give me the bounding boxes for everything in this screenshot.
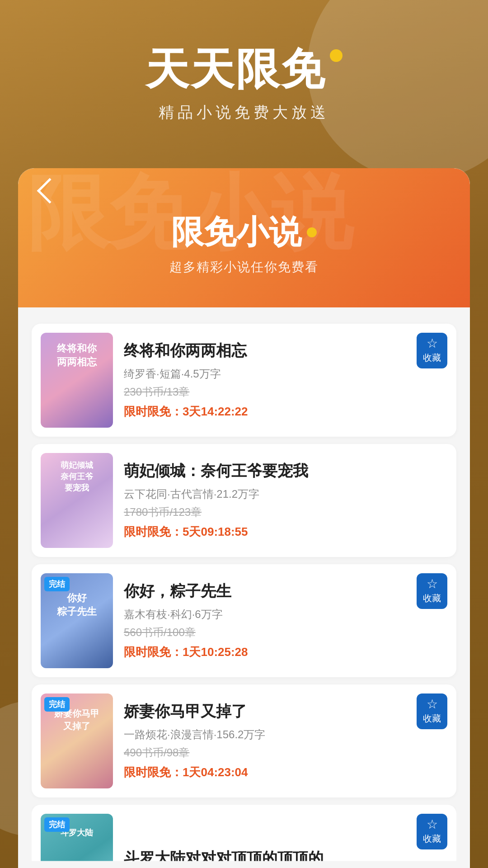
completed-badge: 完结 [44,697,70,712]
back-arrow-icon [37,178,63,203]
book-info: 你好，粽子先生 嘉木有枝·科幻·6万字 560书币/100章 限时限免：1天10… [124,581,447,660]
book-item[interactable]: 完结 娇妻你马甲又掉了 娇妻你马甲又掉了 一路烦花·浪漫言情·156.2万字 4… [32,684,456,797]
collect-button[interactable]: ☆ 收藏 [417,573,447,609]
book-price: 560书币/100章 [124,625,447,640]
card-header-title-dot [307,227,317,237]
card-header-content: 限免小说 超多精彩小说任你免费看 [18,206,470,280]
book-countdown: 限时限免：5天09:18:55 [124,524,447,540]
collect-label: 收藏 [423,592,441,604]
collect-label: 收藏 [423,352,441,364]
star-icon: ☆ [427,698,438,711]
hero-title-dot [330,49,343,62]
book-title: 萌妃倾城：奈何王爷要宠我 [124,461,447,481]
book-item[interactable]: 完结 斗罗大陆 斗罗大陆对对对顶顶的顶顶的 ☆ 收藏 [32,805,456,868]
collect-label: 收藏 [423,833,441,845]
book-item[interactable]: 完结 你好粽子先生 你好，粽子先生 嘉木有枝·科幻·6万字 560书币/100章… [32,564,456,677]
card-header-title: 限免小说 [36,211,452,254]
hero-section: 天天限免 精品小说免费大放送 [0,0,488,150]
hero-title-text: 天天限免 [145,45,326,93]
cover-title: 终将和你两两相忘 [41,333,113,379]
collect-button[interactable]: ☆ 收藏 [417,814,447,849]
book-price: 230书币/13章 [124,385,447,399]
book-item[interactable]: 萌妃倾城奈何王爷要宠我 萌妃倾城：奈何王爷要宠我 云下花同·古代言情·21.2万… [32,444,456,557]
book-info: 终将和你两两相忘 绮罗香·短篇·4.5万字 230书币/13章 限时限免：3天1… [124,340,447,420]
book-cover: 完结 娇妻你马甲又掉了 [41,693,113,788]
book-meta: 一路烦花·浪漫言情·156.2万字 [124,727,447,742]
main-card: 限免小说 限免小说 超多精彩小说任你免费看 终将和你两两相忘 终将和你两两相忘 … [18,168,470,868]
book-countdown: 限时限免：1天10:25:28 [124,644,447,660]
book-meta: 嘉木有枝·科幻·6万字 [124,607,447,622]
book-info: 萌妃倾城：奈何王爷要宠我 云下花同·古代言情·21.2万字 1780书币/123… [124,461,447,540]
completed-badge: 完结 [44,817,70,832]
book-countdown: 限时限免：1天04:23:04 [124,764,447,780]
book-cover: 终将和你两两相忘 [41,333,113,428]
book-cover: 完结 斗罗大陆 [41,814,113,868]
book-cover: 完结 你好粽子先生 [41,573,113,668]
collect-button[interactable]: ☆ 收藏 [417,333,447,368]
book-cover: 萌妃倾城奈何王爷要宠我 [41,453,113,548]
book-meta: 绮罗香·短篇·4.5万字 [124,367,447,381]
star-icon: ☆ [427,818,438,831]
book-countdown: 限时限免：3天14:22:22 [124,404,447,420]
hero-subtitle: 精品小说免费大放送 [18,102,470,123]
star-icon: ☆ [427,337,438,350]
book-title: 终将和你两两相忘 [124,340,447,361]
star-icon: ☆ [427,578,438,590]
book-title: 娇妻你马甲又掉了 [124,701,447,722]
collect-button[interactable]: ☆ 收藏 [417,693,447,729]
back-button[interactable] [18,168,77,206]
card-header-subtitle: 超多精彩小说任你免费看 [36,259,452,276]
hero-title: 天天限免 [18,45,470,93]
cover-title: 萌妃倾城奈何王爷要宠我 [41,453,113,501]
book-info: 娇妻你马甲又掉了 一路烦花·浪漫言情·156.2万字 490书币/98章 限时限… [124,701,447,780]
book-title: 你好，粽子先生 [124,581,447,602]
book-list: 终将和你两两相忘 终将和你两两相忘 绮罗香·短篇·4.5万字 230书币/13章… [18,307,470,868]
book-meta: 云下花同·古代言情·21.2万字 [124,487,447,501]
card-header-title-text: 限免小说 [171,211,301,254]
book-item[interactable]: 终将和你两两相忘 终将和你两两相忘 绮罗香·短篇·4.5万字 230书币/13章… [32,324,456,437]
completed-badge: 完结 [44,577,70,591]
book-info: 斗罗大陆对对对顶顶的顶顶的 [124,848,447,868]
book-price: 1780书币/123章 [124,505,447,519]
card-header: 限免小说 限免小说 超多精彩小说任你免费看 [18,168,470,307]
collect-label: 收藏 [423,712,441,725]
book-title: 斗罗大陆对对对顶顶的顶顶的 [124,848,447,868]
book-price: 490书币/98章 [124,745,447,760]
